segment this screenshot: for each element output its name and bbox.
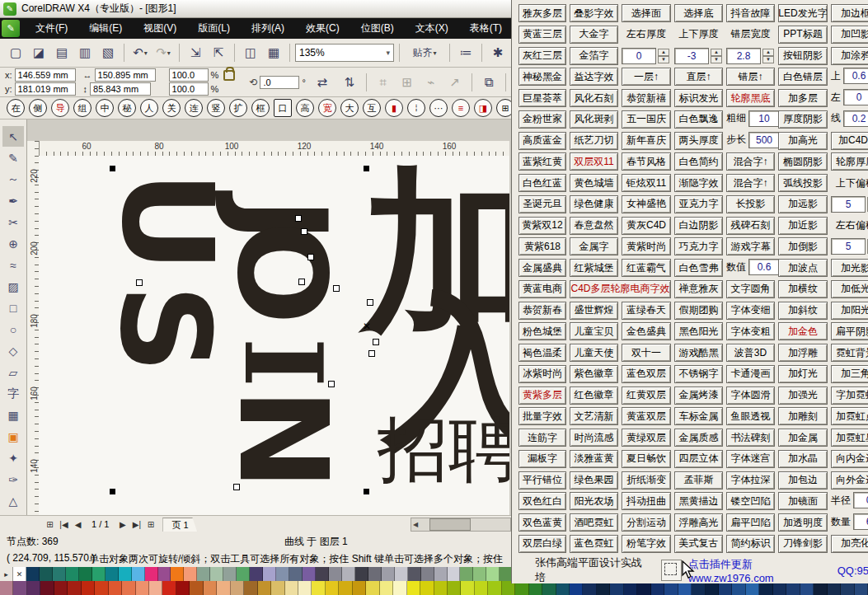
selection-handle[interactable]	[364, 166, 369, 171]
panel-field-value[interactable]: 10	[748, 110, 780, 127]
color-swatch[interactable]	[68, 581, 81, 595]
panel-button[interactable]: 蓝色霓虹	[570, 535, 618, 553]
panel-button[interactable]: 粉色城堡	[518, 322, 566, 340]
curve-node[interactable]	[328, 381, 335, 387]
panel-button[interactable]: 黄绿双层	[622, 429, 671, 447]
curve-node[interactable]	[301, 228, 307, 235]
panel-button[interactable]: 加金色	[778, 322, 828, 340]
panel-field-value[interactable]: 0	[843, 89, 868, 105]
color-swatch[interactable]	[40, 567, 53, 581]
color-swatch[interactable]	[210, 567, 223, 581]
panel-button[interactable]: 弧线投影	[778, 174, 828, 192]
panel-field-value[interactable]: 500	[748, 132, 780, 148]
color-swatch[interactable]	[271, 581, 284, 595]
color-swatch[interactable]	[106, 567, 119, 581]
color-swatch[interactable]	[339, 581, 352, 595]
scale-factor-icon[interactable]: ⧉	[478, 72, 500, 93]
panel-button[interactable]: 加亮化	[831, 535, 868, 553]
next-page-icon[interactable]: ▶	[115, 520, 129, 529]
panel-button[interactable]: 恭贺新禧	[622, 89, 671, 107]
panel-button[interactable]: 夏日畅饮	[622, 450, 671, 468]
panel-button[interactable]: 黄色城墙	[570, 174, 618, 192]
panel-button[interactable]: 灰红三层	[518, 47, 566, 65]
color-swatch[interactable]	[122, 581, 135, 595]
color-swatch[interactable]	[353, 581, 366, 595]
x-position-field[interactable]: 146.559 mm	[15, 68, 76, 82]
panel-button[interactable]: 轮廓黑底	[726, 89, 775, 107]
panel-button[interactable]: 黄蓝电商	[518, 280, 566, 298]
color-swatch[interactable]	[13, 581, 26, 595]
panel-button[interactable]: 金属质感	[674, 429, 723, 447]
panel-button[interactable]: 白色飘逸	[674, 110, 723, 129]
plugin-tool-icon-5[interactable]: 秘	[118, 99, 136, 117]
help-hand-icon[interactable]: ✱	[487, 42, 509, 63]
plugin-tool-icon-12[interactable]: 口	[274, 99, 292, 117]
panel-button[interactable]: 残碑石刻	[726, 217, 775, 235]
convert-curves-icon[interactable]: ⌁	[420, 72, 442, 93]
panel-button[interactable]: 粉笔字效	[622, 535, 671, 553]
welcome-screen-icon[interactable]: ▦	[263, 42, 284, 63]
menu-8[interactable]: 表格(T)	[459, 18, 513, 39]
panel-button[interactable]: 加多层	[778, 89, 828, 107]
color-swatch[interactable]	[473, 567, 486, 581]
plugin-tool-icon-20[interactable]: ≡	[452, 99, 470, 117]
mirror-horizontal-icon[interactable]: ⇄	[312, 72, 333, 93]
panel-button[interactable]: 纸艺刀切	[570, 132, 618, 150]
color-swatch[interactable]	[119, 567, 132, 581]
panel-field-value[interactable]: 0.6	[748, 259, 780, 275]
spinner-up-icon[interactable]: ▲	[711, 49, 722, 56]
last-page-icon[interactable]: ▶|	[129, 520, 143, 529]
color-swatch[interactable]	[312, 581, 325, 595]
color-swatch[interactable]	[368, 567, 382, 581]
panel-button[interactable]: 文艺清新	[570, 407, 618, 425]
panel-spinner-value[interactable]: 5	[831, 238, 866, 255]
plugin-tool-icon-6[interactable]: 人	[140, 99, 158, 117]
horizontal-scrollbar[interactable]: ◀	[411, 518, 511, 532]
panel-button[interactable]: C4D多层轮廓电商字效	[570, 280, 671, 298]
spinner-down-icon[interactable]: ▼	[658, 56, 669, 63]
panel-button[interactable]: 双色蓝黄	[518, 513, 566, 532]
rotation-angle-field[interactable]: .0	[260, 76, 299, 89]
panel-button[interactable]: 霓虹背景	[831, 344, 868, 362]
panel-button[interactable]: 白色简约	[674, 152, 723, 171]
panel-button[interactable]: 长投影	[726, 195, 775, 213]
panel-button[interactable]: 加金属	[778, 429, 828, 447]
panel-button[interactable]: 字体变细	[726, 302, 775, 320]
panel-button[interactable]: 褐色温柔	[518, 344, 566, 362]
panel-button[interactable]: 蓝紫红黄	[518, 152, 566, 171]
panel-button[interactable]: 黄紫双12	[518, 217, 566, 235]
panel-button[interactable]: 金粉世家	[518, 110, 566, 129]
application-launcher-icon[interactable]: ◫	[240, 42, 261, 63]
bezier-tool[interactable]: ～	[2, 169, 24, 190]
curve-node[interactable]	[307, 254, 314, 260]
panel-button[interactable]: 选择面	[622, 4, 671, 22]
color-swatch[interactable]	[342, 567, 355, 581]
panel-button[interactable]: 轮廓厚度	[831, 152, 868, 171]
panel-button[interactable]: 白色红蓝	[518, 174, 566, 192]
scale-y-field[interactable]: 100.0	[169, 82, 209, 96]
panel-field-value[interactable]: 0.2	[843, 110, 868, 127]
panel-button[interactable]: 黄灰C4D	[622, 217, 671, 235]
rectangle-tool[interactable]: □	[2, 298, 24, 318]
panel-button[interactable]: 盛世辉煌	[570, 302, 618, 320]
ellipse-tool[interactable]: ○	[2, 319, 24, 340]
panel-button[interactable]: 扁平阴影	[831, 322, 868, 340]
panel-button[interactable]: 加霓虹星	[831, 429, 868, 447]
menu-6[interactable]: 位图(B)	[350, 18, 405, 39]
color-swatch[interactable]	[26, 567, 40, 581]
menu-2[interactable]: 视图(V)	[133, 18, 187, 39]
panel-button[interactable]: 混合字↑	[726, 174, 775, 192]
panel-button[interactable]: 书法碑刻	[726, 429, 775, 447]
open-icon[interactable]: ◪	[28, 42, 49, 63]
panel-button[interactable]: 加近影	[778, 217, 828, 235]
panel-button[interactable]: 选择底	[674, 4, 723, 22]
first-page-icon[interactable]: |◀	[57, 520, 71, 529]
color-swatch[interactable]	[136, 581, 149, 595]
freehand-tool[interactable]: ≈	[2, 255, 24, 275]
color-swatch[interactable]	[162, 581, 176, 595]
color-swatch[interactable]	[285, 581, 298, 595]
panel-button[interactable]: 加边框	[831, 4, 868, 22]
curve-node[interactable]	[367, 299, 373, 306]
menu-3[interactable]: 版面(L)	[187, 18, 241, 39]
menu-7[interactable]: 文本(X)	[405, 18, 459, 39]
